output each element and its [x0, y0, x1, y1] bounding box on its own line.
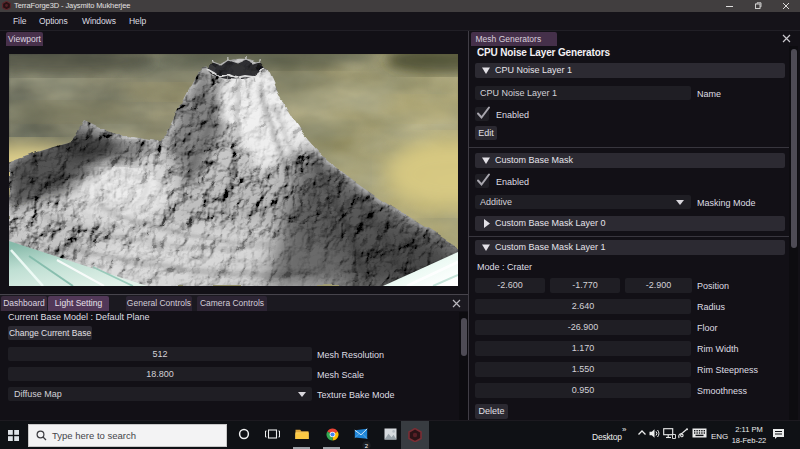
right-panel-close-icon[interactable] [780, 32, 793, 45]
change-current-base-button[interactable]: Change Current Base [8, 326, 92, 340]
smoothness-input[interactable]: 0.950 [475, 383, 691, 398]
name-label: Name [697, 89, 721, 99]
rim-steepness-label: Rim Steepness [697, 365, 758, 375]
position-y-value: -1.770 [550, 278, 620, 293]
collapse-arrow-icon [481, 240, 491, 255]
mail-button[interactable]: 2 [349, 421, 373, 449]
bottom-tabbar: Dashboard Light Setting General Controls… [0, 295, 468, 311]
window-title: TerraForge3D - Jaysmito Mukherjee [14, 0, 130, 12]
viewport-3d-scene[interactable] [9, 54, 458, 286]
header-custom-base-mask-layer-1[interactable]: Custom Base Mask Layer 1 [475, 240, 785, 255]
menu-options[interactable]: Options [39, 12, 68, 30]
header-custom-base-mask[interactable]: Custom Base Mask [475, 153, 785, 168]
close-button[interactable] [772, 0, 800, 12]
taskbar-clock[interactable]: 2:11 PM 18-Feb-22 [731, 425, 767, 446]
mask-enabled-label: Enabled [496, 177, 529, 187]
right-panel-scrollbar-thumb[interactable] [791, 49, 797, 248]
taskbar-search[interactable]: Type here to search [28, 424, 227, 447]
position-x-input[interactable]: -2.600 [475, 278, 545, 293]
rim-steepness-value: 1.550 [475, 362, 691, 377]
dashboard-scrollbar[interactable] [459, 312, 468, 421]
file-explorer-icon [295, 428, 309, 440]
maximize-button[interactable] [744, 0, 772, 12]
file-explorer-button[interactable] [290, 421, 314, 449]
menu-windows[interactable]: Windows [82, 12, 116, 30]
windows-ink-button[interactable] [675, 421, 690, 449]
masking-mode-value: Additive [480, 195, 512, 209]
tab-light-setting[interactable]: Light Setting [48, 296, 109, 311]
task-view-button[interactable] [260, 421, 284, 449]
tab-dashboard[interactable]: Dashboard [1, 296, 47, 311]
layer-enabled-checkmark-icon [475, 104, 492, 121]
smoothness-value: 0.950 [475, 383, 691, 398]
search-icon [36, 430, 47, 441]
chevron-up-icon [637, 428, 647, 438]
touch-keyboard-button[interactable] [690, 421, 708, 449]
rim-steepness-input[interactable]: 1.550 [475, 362, 691, 377]
menu-file[interactable]: File [13, 12, 26, 30]
edit-button[interactable]: Edit [475, 126, 497, 140]
language-indicator[interactable]: ENG [711, 432, 728, 441]
tab-camera-controls[interactable]: Camera Controls [197, 296, 267, 311]
header-label: Custom Base Mask Layer 1 [495, 240, 606, 255]
mask-enabled-checkmark-icon [475, 171, 492, 188]
bottom-panel-close-icon[interactable] [450, 297, 463, 310]
clock-time: 2:11 PM [731, 425, 767, 436]
photos-button[interactable] [378, 421, 402, 449]
expand-arrow-icon [481, 216, 491, 231]
clock-date: 18-Feb-22 [731, 436, 767, 447]
viewport-panel [0, 46, 468, 294]
separator [469, 236, 797, 237]
action-center-button[interactable] [768, 421, 788, 449]
layer-name-input[interactable]: CPU Noise Layer 1 [475, 86, 691, 100]
mesh-scale-input[interactable]: 18.800 [8, 367, 312, 381]
radius-value: 2.640 [475, 299, 691, 314]
start-button[interactable] [0, 421, 27, 449]
desktop-label[interactable]: Desktop [592, 432, 622, 442]
tab-viewport[interactable]: Viewport [6, 32, 43, 46]
texture-bake-mode-combo[interactable]: Diffuse Map [8, 387, 312, 401]
search-placeholder: Type here to search [52, 425, 136, 446]
radius-input[interactable]: 2.640 [475, 299, 691, 314]
mesh-resolution-input[interactable]: 512 [8, 347, 312, 361]
speaker-icon [649, 428, 661, 439]
header-custom-base-mask-layer-0[interactable]: Custom Base Mask Layer 0 [475, 216, 785, 231]
chrome-button[interactable] [320, 421, 344, 449]
tab-mesh-generators[interactable]: Mesh Generators [471, 32, 557, 47]
delete-button[interactable]: Delete [475, 404, 508, 419]
masking-mode-combo[interactable]: Additive [475, 195, 691, 209]
mesh-resolution-value: 512 [8, 347, 312, 361]
mail-icon [354, 428, 368, 440]
header-cpu-noise-layer-1[interactable]: CPU Noise Layer 1 [475, 63, 785, 78]
mesh-resolution-label: Mesh Resolution [317, 350, 384, 360]
header-label: CPU Noise Layer 1 [495, 63, 572, 78]
cortana-icon [238, 428, 250, 440]
cpu-noise-title: CPU Noise Layer Generators [477, 47, 610, 58]
menu-help[interactable]: Help [129, 12, 146, 30]
floor-input[interactable]: -26.900 [475, 320, 691, 335]
layer-name-value: CPU Noise Layer 1 [480, 86, 557, 100]
header-label: Custom Base Mask [495, 153, 573, 168]
mode-crater-text: Mode : Crater [477, 262, 532, 272]
cortana-button[interactable] [232, 421, 256, 449]
current-base-model-text: Current Base Model : Default Plane [8, 312, 150, 322]
dashboard-panel: Current Base Model : Default Plane Chang… [0, 311, 468, 421]
rim-width-input[interactable]: 1.170 [475, 341, 691, 356]
titlebar[interactable]: TerraForge3D - Jaysmito Mukherjee [0, 0, 800, 12]
position-y-input[interactable]: -1.770 [550, 278, 620, 293]
dashboard-scrollbar-thumb[interactable] [461, 318, 467, 356]
keyboard-icon [692, 428, 707, 438]
action-center-icon [772, 428, 785, 440]
chrome-icon [326, 428, 339, 441]
minimize-button[interactable] [716, 0, 744, 12]
position-z-input[interactable]: -2.900 [625, 278, 692, 293]
combo-arrow-icon [294, 387, 310, 401]
overflow-chevrons[interactable]: » [622, 425, 626, 434]
terraforge-taskbar-button[interactable] [401, 421, 429, 449]
tab-general-controls[interactable]: General Controls [126, 296, 192, 311]
layer-enabled-label: Enabled [496, 110, 529, 120]
viewport-tabbar: Viewport [0, 31, 468, 46]
mail-badge: 2 [362, 441, 371, 449]
rim-width-label: Rim Width [697, 344, 739, 354]
right-panel-scrollbar[interactable] [789, 46, 798, 421]
